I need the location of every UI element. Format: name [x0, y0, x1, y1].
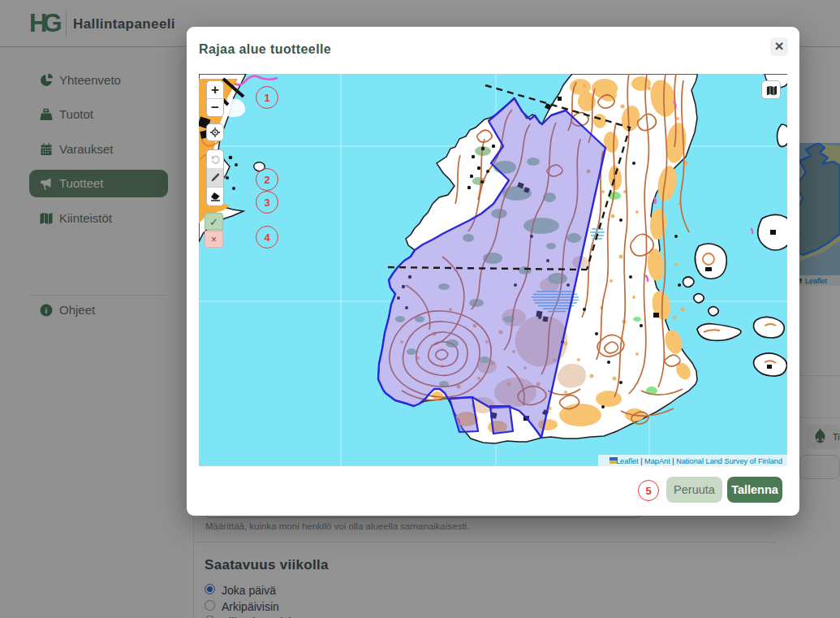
svg-text:Leaflet | MapAnt | National La: Leaflet | MapAnt | National Land Survey …	[616, 457, 782, 465]
